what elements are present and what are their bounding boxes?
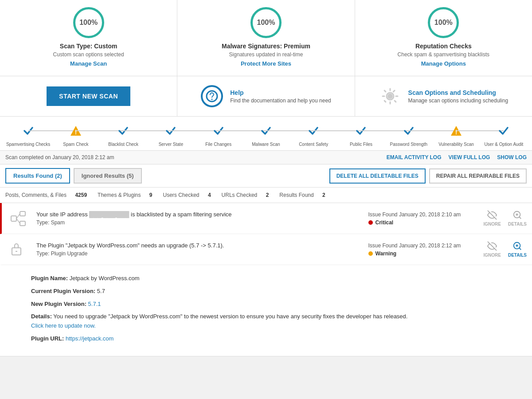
options-link[interactable]: Scan Options and Scheduling xyxy=(408,89,509,96)
stat-item-4: Results Found 2 xyxy=(279,192,325,198)
stat-item-3: URLs Checked 2 xyxy=(222,192,269,198)
stat-label-4: Results Found xyxy=(279,192,313,198)
svg-text:!: ! xyxy=(75,129,77,136)
step-label-6: Content Safety xyxy=(299,142,328,147)
scan-card-0-link[interactable]: Manage Scan xyxy=(70,60,107,67)
result-0-type: Type: Spam xyxy=(36,219,361,226)
svg-rect-8 xyxy=(20,221,25,226)
plugin-icon xyxy=(7,242,29,258)
scan-steps: Spamvertising Checks!Spam CheckBlacklist… xyxy=(0,117,532,151)
result-0-info: Your site IP address ███ ███ ███ is blac… xyxy=(29,211,368,226)
scan-step-1: !Spam Check xyxy=(52,125,99,147)
scan-step-10: User & Option Audit xyxy=(480,125,528,147)
show-log-link[interactable]: SHOW LOG xyxy=(497,154,527,160)
help-link[interactable]: Help xyxy=(230,89,331,96)
percent-2: 100% xyxy=(428,7,459,38)
result-0-date: Issue Found January 20, 2018 2:10 am xyxy=(368,211,484,218)
circle-2: 100% xyxy=(364,7,523,38)
scan-step-5: Malware Scan xyxy=(242,125,289,147)
svg-rect-6 xyxy=(11,216,16,221)
view-full-log-link[interactable]: VIEW FULL LOG xyxy=(449,154,490,160)
scan-card-2-desc: Check spam & spamvertising blacklists xyxy=(364,51,523,58)
plugin-detail: Plugin Name: Jetpack by WordPress.com Cu… xyxy=(0,265,532,356)
result-0-severity-label: Critical xyxy=(376,219,394,226)
svg-text:!: ! xyxy=(455,129,458,136)
svg-point-1 xyxy=(211,99,213,100)
scan-log-actions: EMAIL ACTIVITY LOG VIEW FULL LOG SHOW LO… xyxy=(387,154,527,160)
email-log-link[interactable]: EMAIL ACTIVITY LOG xyxy=(387,154,442,160)
scan-card-1: 100% Malware Signatures: Premium Signatu… xyxy=(177,0,355,76)
stat-label-3: URLs Checked xyxy=(222,192,258,198)
scan-card-2-link[interactable]: Manage Options xyxy=(421,60,466,67)
stat-value-3: 2 xyxy=(266,192,269,198)
plugin-url-link[interactable]: https://jetpack.com xyxy=(66,335,113,342)
severity-dot-critical xyxy=(368,220,373,225)
result-0-ignore-button[interactable]: IGNORE xyxy=(484,210,501,227)
scan-step-9: !Vulnerability Scan xyxy=(432,125,480,147)
result-0-title: Your site IP address ███ ███ ███ is blac… xyxy=(36,211,361,218)
current-version-value: 5.7 xyxy=(97,288,105,294)
scan-step-4: File Changes xyxy=(195,125,242,147)
start-scan-button[interactable]: START NEW SCAN xyxy=(47,86,130,106)
svg-line-9 xyxy=(16,214,20,219)
plugin-name-value: Jetpack by WordPress.com xyxy=(70,275,140,282)
scan-card-0-desc: Custom scan options selected xyxy=(9,51,168,58)
severity-dot-warning xyxy=(368,251,373,256)
result-1-actions: IGNORE DETAILS xyxy=(484,241,527,258)
result-0-meta: Issue Found January 20, 2018 2:10 am Cri… xyxy=(368,211,484,226)
step-icon-4 xyxy=(212,125,225,140)
stat-value-0: 4259 xyxy=(75,192,87,198)
delete-all-button[interactable]: DELETE ALL DELETABLE FILES xyxy=(329,168,426,184)
plugin-url-line: Plugin URL: https://jetpack.com xyxy=(31,334,523,344)
step-label-8: Password Strength xyxy=(390,142,428,147)
update-link[interactable]: Click here to update now. xyxy=(31,322,96,329)
stat-item-2: Users Checked 4 xyxy=(163,192,211,198)
scan-card-2: 100% Reputation Checks Check spam & spam… xyxy=(355,0,532,76)
step-icon-3 xyxy=(164,125,177,140)
circle-1: 100% xyxy=(186,7,345,38)
scan-step-3: Server State xyxy=(147,125,195,147)
current-version-line: Current Plugin Version: 5.7 xyxy=(31,287,523,296)
scan-step-6: Content Safety xyxy=(290,125,337,147)
step-label-4: File Changes xyxy=(205,142,231,147)
step-label-0: Spamvertising Checks xyxy=(6,142,50,147)
stats-row: Posts, Comments, & Files 4259Themes & Pl… xyxy=(0,188,532,203)
spam-network-icon xyxy=(7,211,29,227)
step-icon-6 xyxy=(307,125,320,140)
result-1-info: The Plugin "Jetpack by WordPress.com" ne… xyxy=(29,242,368,257)
details-line: Details: You need to upgrade "Jetpack by… xyxy=(31,312,523,331)
step-icon-8 xyxy=(403,125,415,140)
percent-0: 100% xyxy=(73,7,104,38)
step-icon-9: ! xyxy=(450,125,462,140)
scan-step-8: Password Strength xyxy=(385,125,432,147)
scan-card-1-link[interactable]: Protect More Sites xyxy=(241,60,291,67)
svg-line-12 xyxy=(519,217,521,219)
scan-card-0: 100% Scan Type: Custom Custom scan optio… xyxy=(0,0,177,76)
scan-card-1-desc: Signatures updated in real-time xyxy=(186,51,345,58)
result-1-ignore-button[interactable]: IGNORE xyxy=(484,241,501,258)
result-1-details-button[interactable]: DETAILS xyxy=(508,241,527,258)
stat-label-0: Posts, Comments, & Files xyxy=(5,192,66,198)
options-item: Scan Options and Scheduling Manage scan … xyxy=(355,76,532,116)
result-0-details-button[interactable]: DETAILS xyxy=(508,210,527,227)
plugin-name-line: Plugin Name: Jetpack by WordPress.com xyxy=(31,274,523,283)
plugin-url-label: Plugin URL: xyxy=(31,335,64,342)
svg-line-10 xyxy=(16,219,20,223)
plugin-name-label: Plugin Name: xyxy=(31,275,68,282)
result-1-type: Type: Plugin Upgrade xyxy=(36,250,361,257)
tab-ignored-results[interactable]: Ignored Results (5) xyxy=(74,168,142,184)
current-version-label: Current Plugin Version: xyxy=(31,288,95,294)
new-version-link[interactable]: 5.7.1 xyxy=(88,301,101,307)
step-label-5: Malware Scan xyxy=(252,142,280,147)
scan-step-7: Public Files xyxy=(337,125,385,147)
options-text: Scan Options and Scheduling Manage scan … xyxy=(408,89,509,104)
tab-results-found[interactable]: Results Found (2) xyxy=(5,168,70,184)
repair-all-button[interactable]: REPAIR ALL REPAIRABLE FILES xyxy=(429,168,527,184)
stat-item-0: Posts, Comments, & Files 4259 xyxy=(5,192,87,198)
help-desc: Find the documentation and help you need xyxy=(230,98,331,104)
help-text: Help Find the documentation and help you… xyxy=(230,89,331,104)
details-label: Details: xyxy=(31,313,52,320)
result-1-severity: Warning xyxy=(368,250,484,257)
action-bar: START NEW SCAN Help Find the documentati… xyxy=(0,76,532,117)
result-0-actions: IGNORE DETAILS xyxy=(484,210,527,227)
